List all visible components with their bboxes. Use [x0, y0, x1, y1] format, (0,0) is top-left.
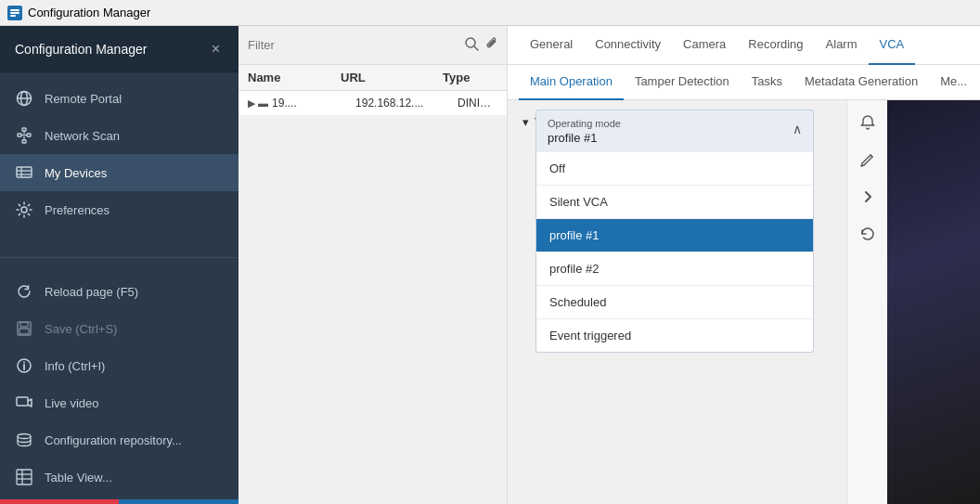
sidebar-label-my-devices: My Devices — [45, 166, 107, 180]
dropdown-header[interactable]: Operating mode profile #1 ∧ — [535, 110, 814, 152]
sidebar-item-config-repo[interactable]: Configuration repository... — [0, 421, 239, 459]
device-name: 19.... — [272, 97, 355, 110]
dropdown-item-profile2[interactable]: profile #2 — [536, 252, 813, 286]
col-name-header: Name — [248, 71, 341, 84]
sidebar-item-my-devices[interactable]: My Devices — [0, 154, 239, 191]
bell-icon — [859, 114, 876, 131]
sidebar-label-reload: Reload page (F5) — [45, 285, 138, 299]
sidebar-nav: Remote Portal Network Scan — [0, 72, 239, 250]
subtab-tamper-detection[interactable]: Tamper Detection — [624, 65, 741, 100]
sidebar-item-remote-portal[interactable]: Remote Portal — [0, 80, 239, 117]
sidebar-accent-bar — [0, 499, 239, 504]
prefs-icon — [15, 200, 33, 219]
col-url-header: URL — [341, 71, 443, 84]
filter-bar — [239, 26, 507, 65]
sidebar-item-save[interactable]: Save (Ctrl+S) — [0, 310, 239, 347]
svg-rect-15 — [17, 167, 32, 177]
sidebar-label-preferences: Preferences — [45, 203, 110, 217]
sidebar-item-live-video[interactable]: Live video — [0, 384, 239, 421]
devices-icon — [15, 163, 33, 182]
pencil-icon — [859, 151, 876, 168]
svg-rect-26 — [17, 397, 28, 406]
dropdown-chevron-icon: ∧ — [793, 122, 802, 136]
config-panel: General Connectivity Camera Recording Al… — [508, 26, 980, 504]
panel-content: ▾ VCA Operating mode profile #1 ∧ — [508, 100, 846, 504]
sidebar-title: Configuration Manager — [15, 42, 147, 57]
dropdown-item-off[interactable]: Off — [536, 152, 813, 186]
dropdown-header-content: Operating mode profile #1 — [548, 118, 621, 145]
sidebar-item-network-scan[interactable]: Network Scan — [0, 117, 239, 154]
dropdown-item-event-triggered[interactable]: Event triggered — [536, 319, 813, 352]
svg-line-33 — [474, 46, 478, 50]
search-icon[interactable] — [464, 36, 479, 54]
tab-camera[interactable]: Camera — [672, 26, 737, 65]
sidebar-close-button[interactable]: × — [208, 40, 224, 58]
panel-body: ▾ VCA Operating mode profile #1 ∧ — [508, 100, 980, 504]
svg-rect-22 — [19, 329, 29, 334]
app-icon — [7, 6, 22, 20]
top-tabs: General Connectivity Camera Recording Al… — [508, 26, 980, 65]
sidebar-item-reload[interactable]: Reload page (F5) — [0, 273, 239, 310]
app-title: Configuration Manager — [28, 6, 150, 19]
sidebar-item-info[interactable]: Info (Ctrl+I) — [0, 347, 239, 384]
reload-icon — [15, 282, 33, 301]
dropdown-item-scheduled[interactable]: Scheduled — [536, 286, 813, 319]
device-pane: Name URL Type ▶ ▬ 19.... 192.168.12.... … — [239, 26, 508, 504]
table-view-icon — [15, 468, 33, 486]
svg-rect-2 — [10, 12, 19, 14]
sidebar-label-remote-portal: Remote Portal — [45, 92, 122, 106]
tab-vca[interactable]: VCA — [869, 26, 916, 65]
sidebar-label-network-scan: Network Scan — [45, 129, 120, 143]
sub-tabs: Main Operation Tamper Detection Tasks Me… — [508, 65, 980, 100]
dropdown-list: Off Silent VCA profile #1 profile #2 Sch… — [535, 152, 814, 353]
device-table: Name URL Type ▶ ▬ 19.... 192.168.12.... … — [239, 65, 507, 504]
svg-rect-10 — [22, 140, 26, 143]
title-bar: Configuration Manager — [0, 0, 980, 26]
globe-icon — [15, 89, 33, 108]
subtab-main-operation[interactable]: Main Operation — [519, 65, 624, 100]
device-row[interactable]: ▶ ▬ 19.... 192.168.12.... DINION IP star… — [239, 91, 507, 116]
svg-point-19 — [21, 207, 27, 213]
sidebar-item-preferences[interactable]: Preferences — [0, 191, 239, 228]
sidebar-label-table-view: Table View... — [45, 471, 112, 485]
dropdown-label: Operating mode — [548, 118, 621, 129]
subtab-metadata-generation[interactable]: Metadata Generation — [793, 65, 929, 100]
device-url: 192.168.12.... — [355, 97, 458, 110]
col-type-header: Type — [443, 71, 497, 84]
tab-connectivity[interactable]: Connectivity — [584, 26, 672, 65]
svg-rect-7 — [22, 128, 26, 131]
pencil-button[interactable] — [853, 145, 883, 174]
tab-general[interactable]: General — [519, 26, 584, 65]
operating-mode-dropdown: Operating mode profile #1 ∧ Off Silent V… — [535, 110, 814, 353]
sidebar-header: Configuration Manager × — [0, 26, 239, 72]
vca-chevron-icon: ▾ — [522, 115, 529, 129]
device-type: DINION IP starlight — [458, 97, 497, 110]
chevron-right-icon — [860, 189, 875, 204]
subtab-tasks[interactable]: Tasks — [741, 65, 793, 100]
dropdown-item-silent-vca[interactable]: Silent VCA — [536, 186, 813, 219]
undo-button[interactable] — [853, 219, 883, 249]
undo-icon — [859, 226, 876, 242]
device-row-indicator: ▶ ▬ — [248, 97, 268, 110]
bell-button[interactable] — [853, 108, 883, 137]
svg-rect-3 — [10, 15, 16, 17]
side-icons — [846, 100, 887, 504]
next-button[interactable] — [853, 182, 883, 212]
dropdown-item-profile1[interactable]: profile #1 — [536, 219, 813, 252]
svg-point-25 — [23, 362, 25, 364]
subtab-more[interactable]: Me... — [929, 65, 978, 100]
sidebar-bottom: Reload page (F5) Save (Ctrl+S) — [0, 265, 239, 499]
tab-recording[interactable]: Recording — [737, 26, 814, 65]
config-repo-icon — [15, 431, 33, 449]
live-video-icon — [15, 394, 33, 412]
svg-rect-28 — [17, 470, 32, 485]
tab-alarm[interactable]: Alarm — [815, 26, 869, 65]
device-table-header: Name URL Type — [239, 65, 507, 91]
svg-rect-9 — [27, 134, 31, 136]
sidebar-item-table-view[interactable]: Table View... — [0, 459, 239, 496]
dropdown-current-value: profile #1 — [548, 131, 621, 145]
sidebar-label-save: Save (Ctrl+S) — [45, 322, 117, 336]
filter-input[interactable] — [248, 38, 458, 52]
attach-icon[interactable] — [484, 36, 497, 54]
sidebar-label-config-repo: Configuration repository... — [45, 433, 182, 447]
